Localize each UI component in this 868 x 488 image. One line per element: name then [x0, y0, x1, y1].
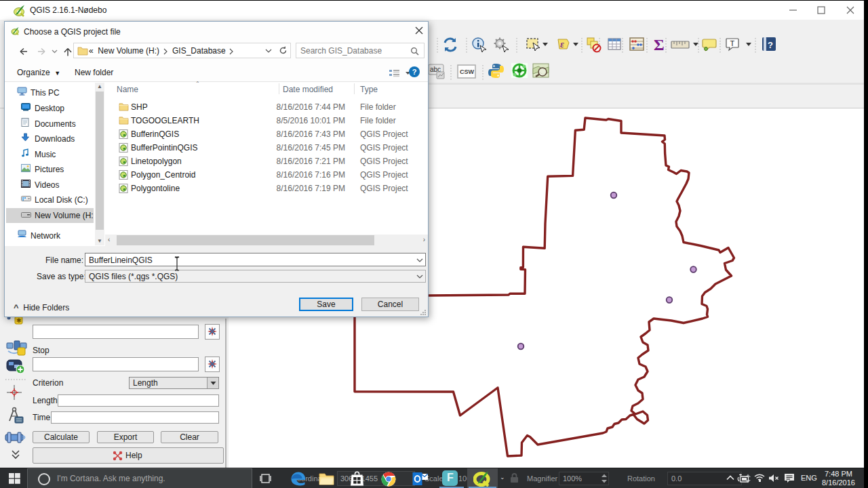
svg-text:✱: ✱: [16, 317, 22, 324]
